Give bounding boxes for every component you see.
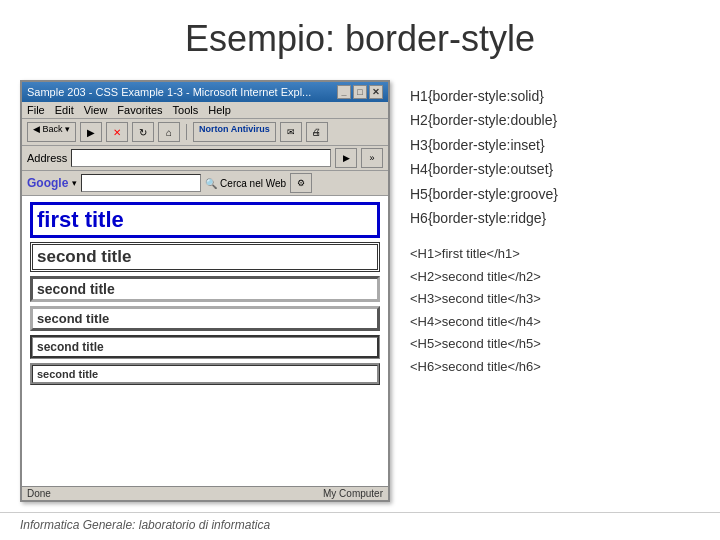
status-done: Done — [27, 488, 51, 499]
address-input[interactable] — [71, 149, 331, 167]
cerca-nel-web-label: 🔍 Cerca nel Web — [205, 178, 286, 189]
html-code: <H1>first title</h1> <H2>second title</h… — [410, 243, 700, 378]
maximize-button[interactable]: □ — [353, 85, 367, 99]
titlebar-buttons: _ □ ✕ — [337, 85, 383, 99]
home-button[interactable]: ⌂ — [158, 122, 180, 142]
google-label: Google — [27, 176, 68, 190]
google-search-button[interactable]: ⚙ — [290, 173, 312, 193]
css-rule-3: H3{border-style:inset} — [410, 134, 700, 156]
h3-heading: second title — [30, 276, 380, 302]
separator-1 — [186, 124, 187, 140]
h1-heading: first title — [30, 202, 380, 238]
browser-titlebar-text: Sample 203 - CSS Example 1-3 - Microsoft… — [27, 86, 311, 98]
h2-heading: second title — [30, 242, 380, 272]
google-bar: Google ▾ 🔍 Cerca nel Web ⚙ — [22, 171, 388, 196]
slide-footer: Informatica Generale: laboratorio di inf… — [0, 512, 720, 540]
html-line-2: <H2>second title</h2> — [410, 266, 700, 287]
go-button[interactable]: ▶ — [335, 148, 357, 168]
forward-button[interactable]: ▶ — [80, 122, 102, 142]
html-line-3: <H3>second title</h3> — [410, 288, 700, 309]
google-dropdown-icon[interactable]: ▾ — [72, 178, 77, 188]
info-panel: H1{border-style:solid} H2{border-style:d… — [410, 80, 700, 502]
css-rule-6: H6{border-style:ridge} — [410, 207, 700, 229]
refresh-button[interactable]: ↻ — [132, 122, 154, 142]
address-bar-row: Address ▶ » — [22, 146, 388, 171]
status-computer: My Computer — [323, 488, 383, 499]
css-rule-5: H5{border-style:groove} — [410, 183, 700, 205]
menu-view[interactable]: View — [84, 104, 108, 116]
h4-heading: second title — [30, 306, 380, 331]
slide-title: Esempio: border-style — [0, 0, 720, 70]
css-rule-1: H1{border-style:solid} — [410, 85, 700, 107]
h5-heading: second title — [30, 335, 380, 359]
norton-badge: Norton Antivirus — [193, 122, 276, 142]
menu-help[interactable]: Help — [208, 104, 231, 116]
browser-toolbar: ◀ Back ▾ ▶ ✕ ↻ ⌂ Norton Antivirus ✉ 🖨 — [22, 119, 388, 146]
css-rule-2: H2{border-style:double} — [410, 109, 700, 131]
html-line-6: <H6>second title</h6> — [410, 356, 700, 377]
google-search-input[interactable] — [81, 174, 201, 192]
css-rules: H1{border-style:solid} H2{border-style:d… — [410, 85, 700, 231]
mail-button[interactable]: ✉ — [280, 122, 302, 142]
html-line-1: <H1>first title</h1> — [410, 243, 700, 264]
browser-menubar: File Edit View Favorites Tools Help — [22, 102, 388, 119]
menu-edit[interactable]: Edit — [55, 104, 74, 116]
slide-content: Sample 203 - CSS Example 1-3 - Microsoft… — [0, 70, 720, 512]
html-line-5: <H5>second title</h5> — [410, 333, 700, 354]
browser-window: Sample 203 - CSS Example 1-3 - Microsoft… — [20, 80, 390, 502]
browser-titlebar: Sample 203 - CSS Example 1-3 - Microsoft… — [22, 82, 388, 102]
stop-button[interactable]: ✕ — [106, 122, 128, 142]
menu-tools[interactable]: Tools — [173, 104, 199, 116]
close-button[interactable]: ✕ — [369, 85, 383, 99]
minimize-button[interactable]: _ — [337, 85, 351, 99]
browser-body: first title second title second title se… — [22, 196, 388, 486]
css-rule-4: H4{border-style:outset} — [410, 158, 700, 180]
menu-favorites[interactable]: Favorites — [117, 104, 162, 116]
print-button[interactable]: 🖨 — [306, 122, 328, 142]
back-button[interactable]: ◀ Back ▾ — [27, 122, 76, 142]
slide: Esempio: border-style Sample 203 - CSS E… — [0, 0, 720, 540]
links-button[interactable]: » — [361, 148, 383, 168]
menu-file[interactable]: File — [27, 104, 45, 116]
browser-statusbar: Done My Computer — [22, 486, 388, 500]
address-label: Address — [27, 152, 67, 164]
h6-heading: second title — [30, 363, 380, 385]
html-line-4: <H4>second title</h4> — [410, 311, 700, 332]
